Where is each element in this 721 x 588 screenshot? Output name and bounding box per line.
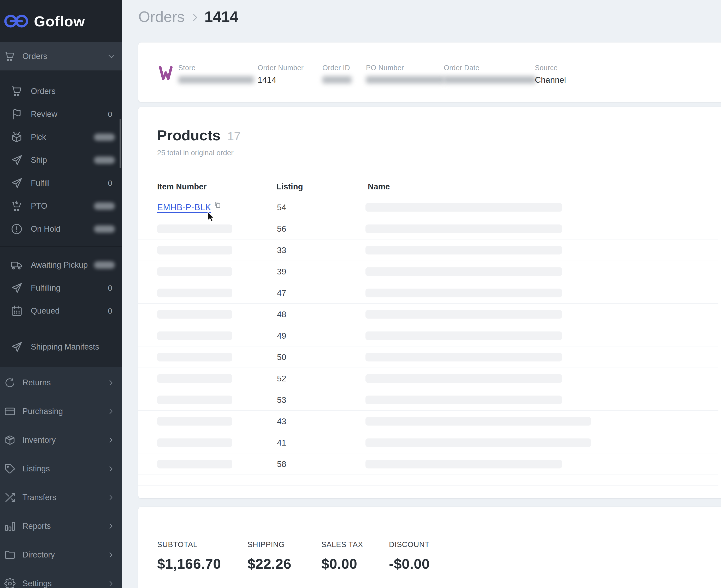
table-row: 53 xyxy=(138,389,718,411)
breadcrumb: Orders 1414 xyxy=(138,8,238,25)
sidebar: Goflow Orders OrdersReview0PickShipFulfi… xyxy=(0,0,122,588)
count-badge: 0 xyxy=(108,110,112,119)
summary-value: -$0.00 xyxy=(389,555,430,572)
products-card: Products 17 25 total in original order I… xyxy=(138,107,721,498)
sidebar-item-pick[interactable]: Pick xyxy=(0,126,122,149)
table-row: 48 xyxy=(138,303,718,325)
copy-icon[interactable] xyxy=(214,201,221,208)
goflow-logo-icon xyxy=(4,13,30,29)
products-table-header: Item Number Listing Name xyxy=(138,182,721,197)
sidebar-item-directory[interactable]: Directory xyxy=(0,541,122,569)
chevron-right-icon xyxy=(106,579,115,588)
table-row: 50 xyxy=(138,346,718,368)
summary-value: $0.00 xyxy=(321,555,363,572)
table-row: 58 xyxy=(138,454,718,475)
sidebar-item-queued[interactable]: Queued0 xyxy=(0,299,122,322)
redacted-value xyxy=(322,76,352,83)
field-label: Source xyxy=(535,64,566,72)
redacted-name xyxy=(365,289,562,297)
redacted-item-number xyxy=(157,396,232,404)
redacted-item-number xyxy=(157,331,232,340)
table-row-truncated xyxy=(138,475,718,486)
redacted-name xyxy=(365,460,562,468)
breadcrumb-orders-link[interactable]: Orders xyxy=(138,8,184,25)
redacted-value xyxy=(366,76,444,83)
column-header-name: Name xyxy=(368,182,390,191)
sidebar-item-label: Fulfilling xyxy=(31,283,61,293)
products-subtitle: 25 total in original order xyxy=(157,149,234,157)
listing-value: 54 xyxy=(277,203,286,212)
summary-sales-tax: SALES TAX$0.00 xyxy=(321,540,363,572)
sidebar-item-purchasing[interactable]: Purchasing xyxy=(0,397,122,426)
summary-subtotal: SUBTOTAL$1,166.70 xyxy=(157,540,221,572)
sidebar-item-pto[interactable]: PTO xyxy=(0,195,122,217)
sidebar-item-fulfilling[interactable]: Fulfilling0 xyxy=(0,276,122,299)
paper-plane-icon xyxy=(11,282,23,294)
divider xyxy=(157,175,718,175)
sidebar-item-review[interactable]: Review0 xyxy=(0,103,122,126)
redacted-count xyxy=(94,225,115,233)
redacted-name xyxy=(365,224,562,233)
listing-value: 49 xyxy=(277,331,286,340)
table-row: 49 xyxy=(138,325,718,346)
sidebar-item-transfers[interactable]: Transfers xyxy=(0,483,122,512)
listing-value: 56 xyxy=(277,224,286,233)
sidebar-item-label: Settings xyxy=(22,579,52,588)
sidebar-item-label: PTO xyxy=(31,202,47,211)
sidebar-item-label: Returns xyxy=(22,378,51,387)
flag-icon xyxy=(11,108,23,121)
table-row: 56 xyxy=(138,218,718,239)
redacted-name xyxy=(365,267,562,276)
sidebar-item-shipping-manifests[interactable]: Shipping Manifests xyxy=(0,335,122,358)
box-icon xyxy=(4,434,16,446)
breadcrumb-current-order: 1414 xyxy=(204,8,238,25)
redacted-name xyxy=(365,310,562,318)
sidebar-item-label: Shipping Manifests xyxy=(31,342,99,352)
sidebar-section-orders[interactable]: Orders xyxy=(0,42,122,70)
table-row: 47 xyxy=(138,282,718,303)
sidebar-item-label: Inventory xyxy=(22,435,56,445)
listing-value: 43 xyxy=(277,416,286,426)
sidebar-item-reports[interactable]: Reports xyxy=(0,512,122,541)
redacted-name xyxy=(365,331,562,340)
count-badge: 0 xyxy=(108,284,112,292)
listing-value: 50 xyxy=(277,352,286,362)
listing-value: 48 xyxy=(277,309,286,319)
sidebar-item-on-hold[interactable]: On Hold xyxy=(0,217,122,240)
chevron-right-icon xyxy=(106,436,115,444)
redacted-item-number xyxy=(157,460,232,468)
paper-plane-icon xyxy=(11,341,23,353)
cart-icon xyxy=(4,50,16,62)
sidebar-item-fulfill[interactable]: Fulfill0 xyxy=(0,172,122,195)
redacted-item-number xyxy=(157,374,232,383)
redacted-item-number xyxy=(157,246,232,254)
redacted-item-number xyxy=(157,417,232,425)
gear-icon xyxy=(4,578,16,588)
calendar-icon xyxy=(11,305,23,317)
item-number-link[interactable]: EMHB-P-BLK xyxy=(157,203,211,212)
sidebar-item-awaiting-pickup[interactable]: Awaiting Pickup xyxy=(0,254,122,276)
paper-plane-icon xyxy=(11,154,23,166)
sidebar-item-inventory[interactable]: Inventory xyxy=(0,426,122,455)
chevron-right-icon xyxy=(106,522,115,531)
products-title: Products 17 xyxy=(157,127,241,144)
sidebar-item-orders[interactable]: Orders xyxy=(0,80,122,103)
sidebar-scrollbar[interactable] xyxy=(120,119,121,168)
sidebar-item-returns[interactable]: Returns xyxy=(0,369,122,397)
sidebar-item-settings[interactable]: Settings xyxy=(0,569,122,588)
sidebar-item-label: Ship xyxy=(31,155,47,165)
listing-value: 41 xyxy=(277,438,286,447)
table-row: 33 xyxy=(138,239,718,261)
count-badge: 0 xyxy=(108,307,112,315)
order-field-order-number: Order Number1414 xyxy=(258,64,304,85)
sidebar-manifests-submenu: Shipping Manifests xyxy=(0,328,122,367)
order-field-po-number: PO Number xyxy=(366,64,444,83)
products-table-body: EMHB-P-BLK54563339474849505253434158 xyxy=(138,197,718,486)
sidebar-item-ship[interactable]: Ship xyxy=(0,149,122,172)
order-summary-card: SUBTOTAL$1,166.70SHIPPING$22.26SALES TAX… xyxy=(138,507,721,588)
chevron-right-icon xyxy=(106,378,115,387)
redacted-name xyxy=(365,417,591,425)
sidebar-item-listings[interactable]: Listings xyxy=(0,455,122,483)
sidebar-item-label: Listings xyxy=(22,464,50,474)
tag-icon xyxy=(4,463,16,475)
